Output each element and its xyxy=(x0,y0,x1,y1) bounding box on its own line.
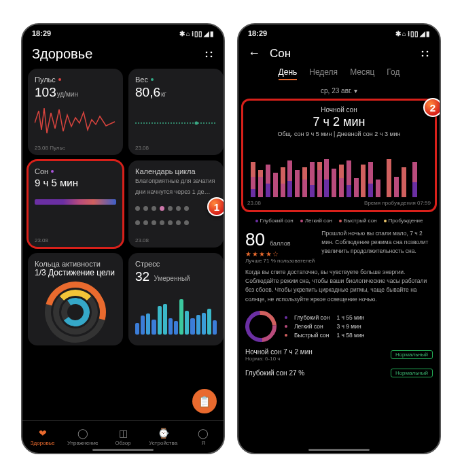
browse-icon: ◫ xyxy=(119,428,128,439)
status-icons: ✱ ⌂ ⁞ ▯▯ ◢ ▮ xyxy=(179,30,214,37)
phone-right: 18:29 ✱ ⌂ ⁞ ▯▯ ◢ ▮ ← Сон День Неделя Мес… xyxy=(237,23,441,454)
person-icon: ◯ xyxy=(198,428,209,439)
stat-deep-sleep[interactable]: Глубокий сон 27 % Нормальный xyxy=(238,365,440,381)
date-picker[interactable]: ср, 23 авг. ▾ xyxy=(238,86,440,99)
stress-card[interactable]: Стресс 32 Умеренный xyxy=(128,253,224,345)
bottom-nav: ❤Здоровье ◯Упражнение ◫Обзор ⌚Устройства… xyxy=(22,420,224,453)
pulse-card[interactable]: Пульс 103уд/мин 23.08 Пульс xyxy=(28,69,123,155)
page-title: Сон xyxy=(270,47,291,61)
health-dashboard[interactable]: Пульс 103уд/мин 23.08 Пульс Вес 80,6кг 2… xyxy=(22,69,224,420)
svg-point-0 xyxy=(206,51,208,53)
svg-point-5 xyxy=(422,50,424,52)
header: ← Сон xyxy=(238,42,440,65)
svg-point-1 xyxy=(211,51,213,53)
status-icons: ✱ ⌂ ⁞ ▯▯ ◢ ▮ xyxy=(395,30,430,37)
svg-point-2 xyxy=(206,55,208,57)
watch-icon: ⌚ xyxy=(158,428,169,439)
callout-1: 1 xyxy=(207,197,225,216)
breakdown-ring xyxy=(239,304,283,348)
nav-exercise[interactable]: ◯Упражнение xyxy=(63,421,103,453)
more-icon[interactable] xyxy=(421,49,430,58)
weight-card[interactable]: Вес 80,6кг 23.08 xyxy=(128,69,224,155)
svg-point-6 xyxy=(427,50,429,52)
nav-me[interactable]: ◯Я xyxy=(183,421,224,453)
svg-point-7 xyxy=(422,54,424,56)
home-indicator[interactable] xyxy=(92,449,154,451)
sleep-breakdown: Глубокий сон1 ч 55 мин Легкий сон3 ч 9 м… xyxy=(238,308,440,345)
stress-chart xyxy=(135,287,217,335)
callout-2: 2 xyxy=(423,98,441,117)
back-icon[interactable]: ← xyxy=(248,46,260,61)
cycle-dots xyxy=(135,206,217,211)
status-bar: 18:29 ✱ ⌂ ⁞ ▯▯ ◢ ▮ xyxy=(22,24,224,42)
tab-month[interactable]: Месяц xyxy=(350,67,374,80)
activity-rings-card[interactable]: Кольца активности 1/3 Достижение цели xyxy=(28,253,123,345)
pulse-chart xyxy=(35,103,116,141)
status-time: 18:29 xyxy=(32,29,51,37)
svg-point-3 xyxy=(211,55,213,57)
header: Здоровье xyxy=(22,42,224,69)
status-bar: 18:29 ✱ ⌂ ⁞ ▯▯ ◢ ▮ xyxy=(238,24,440,42)
tab-week[interactable]: Неделя xyxy=(309,67,338,80)
nav-devices[interactable]: ⌚Устройства xyxy=(143,421,183,453)
weight-chart xyxy=(135,103,217,141)
nav-review[interactable]: ◫Обзор xyxy=(103,421,143,453)
nav-health[interactable]: ❤Здоровье xyxy=(22,421,63,453)
page-title: Здоровье xyxy=(32,46,92,62)
heart-icon: ❤ xyxy=(39,428,47,439)
sleep-bar xyxy=(35,199,116,205)
home-indicator[interactable] xyxy=(308,449,370,451)
score-section: 80 баллов ★★★★☆ Лучше 71 % пользователей… xyxy=(238,229,440,264)
more-icon[interactable] xyxy=(205,50,214,59)
svg-point-8 xyxy=(427,54,429,56)
fab-button[interactable]: 📋 xyxy=(192,389,217,413)
hypnogram-chart: /* decorative bars rendered via many col… xyxy=(247,143,431,197)
tab-year[interactable]: Год xyxy=(387,67,399,80)
stat-night-sleep[interactable]: Ночной сон 7 ч 2 минНорма: 6-10 ч Нормал… xyxy=(238,345,440,365)
sleep-legend: Глубокий сон Легкий сон Быстрый сон Проб… xyxy=(238,212,440,229)
activity-rings xyxy=(45,282,106,343)
svg-point-4 xyxy=(195,122,198,125)
sleep-summary-block[interactable]: Ночной сон 7 ч 2 мин Общ. сон 9 ч 5 мин … xyxy=(241,99,437,212)
phone-left: 18:29 ✱ ⌂ ⁞ ▯▯ ◢ ▮ Здоровье Пульс 103уд/… xyxy=(21,23,225,454)
status-time: 18:29 xyxy=(248,29,267,37)
run-icon: ◯ xyxy=(77,428,88,439)
period-tabs: День Неделя Месяц Год xyxy=(238,65,440,86)
star-rating: ★★★★☆ xyxy=(245,250,315,258)
sleep-card[interactable]: Сон 9 ч 5 мин 23.08 xyxy=(28,160,123,248)
tab-day[interactable]: День xyxy=(279,67,298,80)
advice-text: Когда вы спите достаточно, вы чувствуете… xyxy=(238,264,440,308)
